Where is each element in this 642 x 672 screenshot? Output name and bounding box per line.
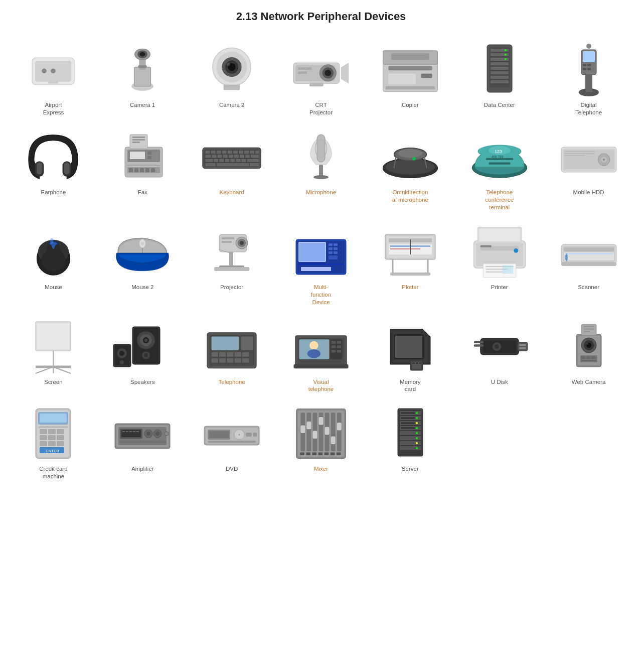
svg-rect-76 [132,142,140,143]
u-disk-label: U Disk [491,378,508,386]
svg-rect-298 [57,441,64,446]
data-center-icon [469,42,530,97]
svg-rect-96 [245,155,250,158]
svg-rect-25 [298,72,307,74]
list-item: Data Center [456,38,543,120]
list-item: Web Camera [545,315,632,397]
svg-rect-288 [40,414,67,423]
svg-rect-340 [331,413,336,452]
svg-marker-27 [341,63,349,84]
svg-rect-80 [211,151,216,154]
svg-rect-231 [219,352,226,357]
svg-rect-169 [334,247,338,250]
svg-rect-253 [293,364,348,368]
list-item: Earphone [10,125,97,215]
svg-rect-207 [37,323,69,349]
server-label: Server [402,465,419,473]
svg-rect-282 [584,326,594,327]
svg-rect-341 [331,437,336,444]
svg-rect-255 [395,336,422,358]
list-item: Amplifier [99,402,186,484]
amplifier-icon [112,406,173,461]
svg-rect-33 [421,74,432,78]
svg-rect-97 [251,155,259,158]
svg-rect-335 [312,431,317,439]
svg-rect-349 [331,453,335,456]
svg-point-324 [238,434,240,436]
mixer-label: Mixer [314,465,328,473]
u-disk-icon [469,319,530,374]
svg-rect-284 [584,331,590,332]
mixer-icon [291,406,351,461]
svg-rect-279 [591,356,595,359]
svg-rect-40 [491,62,509,65]
copier-icon [380,42,440,97]
svg-rect-60 [64,163,70,175]
crt-projector-label: CRTProjector [309,101,333,116]
svg-rect-321 [209,431,229,438]
fax-label: Fax [138,189,147,196]
svg-point-145 [41,249,65,271]
svg-point-367 [416,442,418,444]
projector-label: Projector [220,284,243,291]
svg-point-110 [313,175,329,179]
svg-rect-202 [565,253,613,254]
svg-rect-132 [565,151,595,152]
svg-rect-11 [138,65,147,68]
svg-rect-250 [337,345,342,348]
svg-rect-205 [561,262,616,266]
mouse2-icon [112,224,173,280]
svg-point-120 [412,157,416,161]
svg-rect-95 [240,155,244,158]
scanner-icon [559,224,619,280]
svg-point-363 [416,422,418,424]
svg-rect-32 [391,53,429,60]
svg-rect-55 [587,68,591,70]
speakers-label: Speakers [130,378,155,386]
svg-rect-31 [388,74,416,85]
list-item: Keyboard [189,125,275,215]
svg-rect-92 [223,155,228,158]
telephone-label: Telephone [219,378,245,386]
svg-rect-101 [225,159,229,162]
svg-point-364 [416,427,418,429]
screen-icon [23,319,83,374]
svg-point-368 [416,447,418,449]
copier-label: Copier [402,101,419,109]
list-item: ENTER Credit cardmachine [10,402,97,484]
svg-rect-105 [247,159,259,162]
svg-rect-263 [518,342,528,351]
mouse-label: Mouse [45,284,62,291]
memory-card-label: Memorycard [400,378,421,393]
dvd-label: DVD [226,465,238,473]
svg-rect-265 [519,347,526,349]
svg-rect-346 [312,453,316,456]
list-item: Scanner [545,220,632,310]
svg-rect-259 [416,362,418,364]
list-item: Plotter [367,220,453,310]
svg-rect-240 [241,337,253,350]
credit-card-machine-icon: ENTER [23,406,83,461]
svg-rect-171 [334,251,338,254]
svg-rect-196 [502,265,513,274]
svg-rect-72 [151,168,155,172]
svg-rect-75 [132,139,145,141]
svg-rect-232 [227,352,233,357]
svg-rect-175 [301,267,331,271]
tel-conf-icon: 123 456 789 [469,129,530,185]
list-item: Omnidirectional microphone [367,125,453,215]
svg-rect-189 [480,245,492,247]
omni-mic-label: Omnidirectional microphone [392,189,428,204]
digital-telephone-label: DigitalTelephone [575,101,602,116]
svg-rect-66 [127,165,160,166]
svg-point-361 [416,412,418,414]
svg-point-23 [325,70,331,76]
svg-rect-49 [585,72,592,92]
svg-rect-111 [317,135,325,162]
svg-rect-24 [298,67,312,70]
list-item: Multi-functionDevice [278,220,365,310]
svg-point-10 [140,52,145,57]
list-item: Speakers [99,315,186,397]
svg-rect-252 [337,350,342,352]
svg-point-137 [603,159,605,161]
